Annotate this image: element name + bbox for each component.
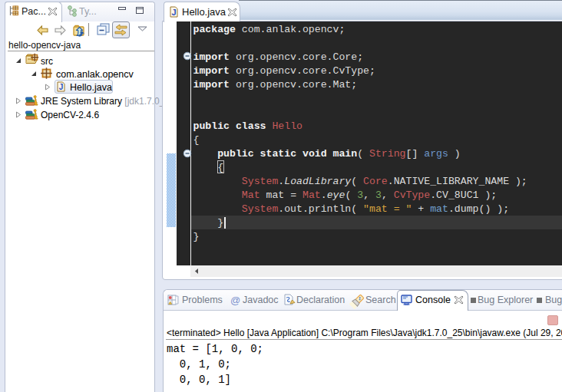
- svg-text:J: J: [171, 8, 176, 17]
- svg-text:J: J: [59, 83, 64, 91]
